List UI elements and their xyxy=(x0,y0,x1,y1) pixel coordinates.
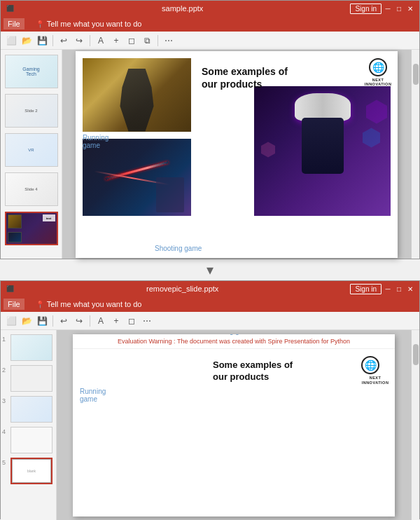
slide-main-top: Running game Shooting game Some examples… xyxy=(76,51,398,258)
slide-item-b-4[interactable]: 4 xyxy=(1,425,56,455)
title-bar-bottom: ⬛ removepic_slide.pptx Sign in ─ □ ✕ xyxy=(1,281,419,296)
runner-image xyxy=(83,58,191,132)
sidebar-top: 1 GamingTech 2 Slide 2 3 xyxy=(1,50,62,259)
sign-in-button-top[interactable]: Sign in xyxy=(350,4,382,14)
insert-icon-b[interactable]: + xyxy=(110,315,122,327)
save-icon-b[interactable]: 💾 xyxy=(36,315,48,327)
slide-thumb-b-4[interactable] xyxy=(10,427,52,453)
format-icon-b[interactable]: A xyxy=(94,315,107,327)
logo-text-top: NEXT INNOVATION xyxy=(364,78,392,87)
shooting-label: Shooting game xyxy=(155,245,202,252)
menu-bar-bottom: File 📍 Tell me what you want to do xyxy=(1,296,419,312)
minimize-icon-top[interactable]: ─ xyxy=(383,4,393,13)
sep1b xyxy=(52,315,53,327)
slide-item-b-1[interactable]: 1 xyxy=(1,333,56,362)
slide-canvas-bottom: Evaluation Warning : The document was cr… xyxy=(57,330,411,520)
slide-item-1[interactable]: 1 GamingTech xyxy=(1,53,62,90)
window-title-bottom: removepic_slide.pptx xyxy=(15,285,350,293)
sign-in-button-bottom[interactable]: Sign in xyxy=(350,284,382,294)
menu-search-top[interactable]: 📍 Tell me what you want to do xyxy=(31,18,146,29)
slide-item-b-2[interactable]: 2 xyxy=(1,364,56,393)
close-icon-bottom[interactable]: ✕ xyxy=(405,284,415,294)
window-title-top: sample.pptx xyxy=(15,4,350,13)
scrollbar-top[interactable] xyxy=(411,50,419,259)
slide-thumb-4[interactable]: Slide 4 xyxy=(5,172,58,206)
format-icon[interactable]: A xyxy=(94,34,107,47)
shapes-icon[interactable]: ◻ xyxy=(125,34,138,47)
app-icon-b: ⬛ xyxy=(5,284,15,294)
window-top: ⬛ sample.pptx Sign in ─ □ ✕ File 📍 Tell … xyxy=(0,0,420,259)
main-layout-top: 1 GamingTech 2 Slide 2 3 xyxy=(1,50,419,259)
menu-search-bottom[interactable]: 📍 Tell me what you want to do xyxy=(31,299,146,310)
window-bottom: ⬛ removepic_slide.pptx Sign in ─ □ ✕ Fil… xyxy=(0,280,420,519)
main-layout-bottom: 1 2 3 4 xyxy=(1,330,419,520)
toolbar-top: ⬜ 📂 💾 ↩ ↪ A + ◻ ⧉ ⋯ xyxy=(1,32,419,50)
running-label-bottom: Running game xyxy=(80,388,106,403)
slide-item-2[interactable]: 2 Slide 2 xyxy=(1,92,62,130)
globe-icon: 🌐 xyxy=(369,58,387,76)
arrange-icon[interactable]: ⧉ xyxy=(141,34,153,47)
scrollbar-bottom[interactable] xyxy=(411,330,419,520)
slide-item-b-5[interactable]: 5 blank xyxy=(1,456,56,486)
open-icon[interactable]: 📂 xyxy=(20,34,33,47)
slide-item-5[interactable]: 5 text xyxy=(1,210,62,247)
slide-thumb-2[interactable]: Slide 2 xyxy=(5,94,58,128)
maximize-icon-top[interactable]: □ xyxy=(394,4,404,13)
slide-item-3[interactable]: 3 VR xyxy=(1,131,62,169)
slide-thumb-b-1[interactable] xyxy=(10,334,52,361)
slide-thumb-b-3[interactable] xyxy=(10,396,52,423)
slide-thumb-b-5-active[interactable]: blank xyxy=(10,458,52,484)
globe-icon-b: 🌐 xyxy=(361,356,379,374)
shapes-icon-b[interactable]: ◻ xyxy=(125,315,138,327)
menu-bar-top: File 📍 Tell me what you want to do xyxy=(1,16,419,32)
minimize-icon-bottom[interactable]: ─ xyxy=(383,284,393,294)
redo-icon[interactable]: ↪ xyxy=(73,34,85,47)
sep3 xyxy=(158,35,158,46)
scroll-thumb-bottom[interactable] xyxy=(413,344,419,365)
insert-icon[interactable]: + xyxy=(110,34,122,47)
open-icon-b[interactable]: 📂 xyxy=(20,315,33,327)
shooter-image xyxy=(83,139,191,216)
close-icon-top[interactable]: ✕ xyxy=(405,4,415,13)
slide-inner-top: Running game Shooting game Some examples… xyxy=(76,51,398,258)
sep1 xyxy=(52,35,53,46)
slide-item-4[interactable]: 4 Slide 4 xyxy=(1,170,62,208)
slide-title-top: Some examples of our products xyxy=(202,65,363,90)
menu-file-top[interactable]: File xyxy=(4,18,24,29)
slide-thumb-5-active[interactable]: text xyxy=(5,212,58,245)
slide-thumb-1[interactable]: GamingTech xyxy=(5,55,58,88)
slide-thumb-3[interactable]: VR xyxy=(5,133,58,167)
more-icon-b[interactable]: ⋯ xyxy=(141,315,153,327)
logo-area-bottom: 🌐 NEXT INNOVATION xyxy=(361,356,389,385)
vr-image xyxy=(254,86,391,216)
slide-thumb-b-2[interactable] xyxy=(10,365,52,392)
undo-icon[interactable]: ↩ xyxy=(57,34,70,47)
eval-warning: Evaluation Warning : The document was cr… xyxy=(73,334,395,350)
logo-text-bottom: NEXT INNOVATION xyxy=(361,376,389,385)
slide-canvas-top: Running game Shooting game Some examples… xyxy=(62,50,411,259)
arrow-divider: ▾ xyxy=(0,259,420,280)
title-controls-bottom: Sign in ─ □ ✕ xyxy=(350,284,415,294)
title-bar-left: ⬛ xyxy=(5,4,15,13)
more-icon[interactable]: ⋯ xyxy=(162,34,175,47)
down-arrow-icon: ▾ xyxy=(206,261,214,278)
slide-main-bottom: Evaluation Warning : The document was cr… xyxy=(73,334,395,516)
logo-area-top: 🌐 NEXT INNOVATION xyxy=(364,58,392,87)
running-label: Running game xyxy=(83,134,108,149)
title-bar-top: ⬛ sample.pptx Sign in ─ □ ✕ xyxy=(1,1,419,16)
slide-title-bottom: Some examples of our products xyxy=(213,360,360,383)
toolbar-bottom: ⬜ 📂 💾 ↩ ↪ A + ◻ ⋯ xyxy=(1,312,419,330)
slide-item-b-3[interactable]: 3 xyxy=(1,395,56,424)
sep2 xyxy=(90,35,90,46)
scroll-thumb-top[interactable] xyxy=(413,64,419,85)
maximize-icon-bottom[interactable]: □ xyxy=(394,284,404,294)
new-icon-b[interactable]: ⬜ xyxy=(5,315,18,327)
shooting-label-bottom: Shooting game xyxy=(206,334,253,336)
title-controls-top: Sign in ─ □ ✕ xyxy=(350,4,415,14)
redo-icon-b[interactable]: ↪ xyxy=(73,315,85,327)
menu-file-bottom[interactable]: File xyxy=(4,299,24,310)
sep2b xyxy=(90,315,90,327)
save-icon[interactable]: 💾 xyxy=(36,34,48,47)
undo-icon-b[interactable]: ↩ xyxy=(57,315,70,327)
new-icon[interactable]: ⬜ xyxy=(5,34,18,47)
